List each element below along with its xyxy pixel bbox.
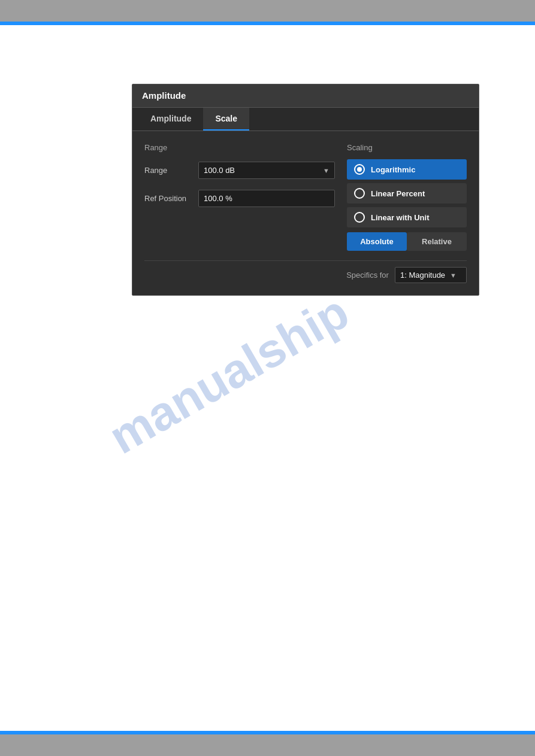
range-section-label: Range — [144, 143, 335, 152]
radio-linear-unit[interactable]: Linear with Unit — [347, 207, 467, 227]
left-column: Range Range ▼ Ref Position — [144, 143, 335, 251]
ref-position-input[interactable] — [199, 190, 334, 207]
dialog-titlebar: Amplitude — [132, 84, 479, 108]
specifics-label: Specifics for — [346, 271, 389, 280]
tab-bar: Amplitude Scale — [132, 108, 479, 131]
toggle-row: Absolute Relative — [347, 232, 467, 251]
radio-label-linear-unit: Linear with Unit — [371, 213, 430, 222]
radio-logarithmic[interactable]: Logarithmic — [347, 159, 467, 180]
radio-label-linear-percent: Linear Percent — [371, 189, 425, 198]
specifics-dropdown-arrow: ▼ — [450, 272, 457, 279]
bottom-bar — [0, 731, 535, 756]
amplitude-dialog: Amplitude Amplitude Scale Range Range ▼ — [132, 84, 479, 296]
range-input[interactable] — [199, 162, 318, 178]
specifics-dropdown[interactable]: 1: Magnitude ▼ — [395, 267, 467, 283]
toggle-absolute[interactable]: Absolute — [347, 232, 407, 251]
range-dropdown-arrow[interactable]: ▼ — [318, 163, 334, 178]
specifics-value: 1: Magnitude — [400, 271, 445, 280]
radio-circle-linear-percent — [354, 188, 365, 199]
range-row: Range ▼ — [144, 162, 335, 179]
radio-circle-logarithmic — [354, 164, 365, 175]
range-input-wrapper[interactable]: ▼ — [198, 162, 335, 179]
watermark: manualship — [100, 284, 358, 465]
radio-linear-percent[interactable]: Linear Percent — [347, 183, 467, 204]
dialog-body: Range Range ▼ Ref Position — [132, 131, 479, 295]
tab-scale[interactable]: Scale — [203, 108, 249, 130]
toggle-relative[interactable]: Relative — [407, 232, 467, 251]
dialog-wrapper: Amplitude Amplitude Scale Range Range ▼ — [132, 84, 479, 296]
bottom-bar-accent — [0, 731, 535, 734]
radio-label-logarithmic: Logarithmic — [371, 165, 415, 174]
dialog-columns: Range Range ▼ Ref Position — [144, 143, 467, 251]
radio-circle-linear-unit — [354, 212, 365, 223]
top-bar-accent — [0, 22, 535, 25]
ref-position-row: Ref Position — [144, 190, 335, 207]
range-label: Range — [144, 166, 198, 175]
ref-position-input-wrapper[interactable] — [198, 190, 335, 207]
specifics-row: Specifics for 1: Magnitude ▼ — [144, 260, 467, 283]
scaling-section-label: Scaling — [347, 143, 467, 152]
dialog-title: Amplitude — [142, 90, 186, 101]
ref-position-label: Ref Position — [144, 194, 198, 203]
right-column: Scaling Logarithmic Linear Percent — [347, 143, 467, 251]
tab-amplitude[interactable]: Amplitude — [138, 108, 203, 130]
